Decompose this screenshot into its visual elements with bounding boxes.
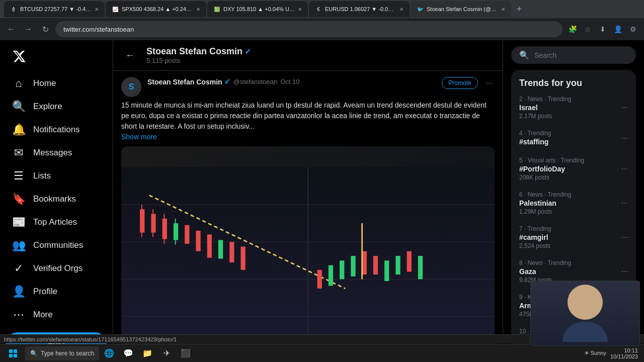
trend-more-4[interactable]: ··· xyxy=(621,199,628,208)
trend-count-3: 208K posts xyxy=(519,174,628,181)
tweet-card-1[interactable]: S Stoean Stefan Cosmin ✓ @stefanstoean O… xyxy=(113,71,503,344)
tab-close-spx[interactable]: ✕ xyxy=(196,7,200,12)
sidebar-item-messages[interactable]: ✉ Messages xyxy=(6,141,107,164)
sidebar-item-more[interactable]: ⋯ More xyxy=(6,303,107,326)
back-button[interactable]: ← xyxy=(121,47,138,64)
taskbar-app-telegram[interactable]: ✈ xyxy=(157,345,176,361)
back-nav-button[interactable]: ← xyxy=(4,22,18,36)
trend-more-6[interactable]: ··· xyxy=(621,267,628,276)
trend-name-1: Israel xyxy=(519,104,628,112)
feed-header-info: Stoean Stefan Cosmin ✓ 5,115 posts xyxy=(146,46,251,64)
trend-label-4: 6 · News · Trending xyxy=(519,191,628,198)
webcam-head xyxy=(568,285,603,320)
messages-icon: ✉ xyxy=(12,146,25,159)
tab-twitter[interactable]: 🐦 Stoean Stefan Cosmin (@stefa... ✕ xyxy=(411,1,511,17)
trend-name-5: #camgirl xyxy=(519,233,628,241)
svg-rect-32 xyxy=(9,349,13,353)
feed-header: ← Stoean Stefan Cosmin ✓ 5,115 posts xyxy=(113,40,503,71)
start-button[interactable] xyxy=(2,345,24,361)
tab-close-dxy[interactable]: ✕ xyxy=(298,7,302,12)
tweet-content-1: 15 minute de munca si mi-am incheiat ziu… xyxy=(121,100,495,142)
tab-favicon-twitter: 🐦 xyxy=(417,6,424,13)
trends-title: Trends for you xyxy=(511,72,636,90)
svg-rect-10 xyxy=(163,219,167,239)
taskbar-app-discord[interactable]: 💬 xyxy=(119,345,137,361)
sidebar-item-top-articles[interactable]: 📰 Top Articles xyxy=(6,211,107,234)
tab-bar: ₿ BTCUSD 27257.77 ▼ -0.49%⊙ Un... ✕ 📈 SP… xyxy=(0,0,644,18)
chart-placeholder-1 xyxy=(121,146,495,344)
address-bar-row: ← → ↻ 🧩 ☆ ⬇ 👤 ⚙ xyxy=(0,18,644,40)
search-box[interactable]: 🔍 xyxy=(511,46,636,64)
svg-rect-35 xyxy=(14,354,17,357)
tab-close-twitter[interactable]: ✕ xyxy=(501,7,505,12)
reload-button[interactable]: ↻ xyxy=(38,22,52,36)
sidebar-item-label-bookmarks: Bookmarks xyxy=(33,194,76,204)
trend-label-1: 2 · News · Trending xyxy=(519,96,628,103)
trend-item-3[interactable]: 5 · Visual arts · Trending #PortfolioDay… xyxy=(511,152,636,186)
settings-button[interactable]: ⚙ xyxy=(626,22,640,36)
tweet-header-1: S Stoean Stefan Cosmin ✓ @stefanstoean O… xyxy=(121,77,495,97)
tweet-date-1: Oct 10 xyxy=(280,78,299,85)
taskbar-search-icon: 🔍 xyxy=(30,350,38,357)
tab-btc[interactable]: ₿ BTCUSD 27257.77 ▼ -0.49%⊙ Un... ✕ xyxy=(4,1,105,17)
sidebar-item-profile[interactable]: 👤 Profile xyxy=(6,280,107,303)
sidebar-item-home[interactable]: ⌂ Home xyxy=(6,72,107,95)
trend-more-3[interactable]: ··· xyxy=(621,164,628,173)
communities-icon: 👥 xyxy=(12,239,25,252)
svg-rect-28 xyxy=(395,256,400,275)
trend-more-1[interactable]: ··· xyxy=(621,103,628,112)
show-more-link-1[interactable]: Show more xyxy=(121,133,157,141)
svg-rect-29 xyxy=(407,251,412,272)
tab-close-btc[interactable]: ✕ xyxy=(95,7,99,12)
trend-more-2[interactable]: ··· xyxy=(621,134,628,143)
taskbar-search[interactable]: 🔍 Type here to search xyxy=(25,346,99,360)
forward-nav-button[interactable]: → xyxy=(21,22,35,36)
star-button[interactable]: ☆ xyxy=(581,22,595,36)
sidebar-item-lists[interactable]: ☰ Lists xyxy=(6,164,107,188)
search-icon: 🔍 xyxy=(519,50,529,60)
download-button[interactable]: ⬇ xyxy=(596,22,610,36)
sidebar-item-label-more: More xyxy=(33,310,53,320)
trend-name-4: Palestinian xyxy=(519,199,628,207)
taskbar-right: ☀ Sunny 10:11 10/11/2023 xyxy=(584,347,642,359)
author-name-1: Stoean Stefan Cosmin ✓ xyxy=(147,77,230,86)
sidebar-item-notifications[interactable]: 🔔 Notifications xyxy=(6,118,107,141)
sidebar-item-label-top-articles: Top Articles xyxy=(33,217,77,227)
trend-more-5[interactable]: ··· xyxy=(621,233,628,242)
tab-close-eurusd[interactable]: ✕ xyxy=(399,7,404,12)
tab-title-eurusd: EURUSD 1.06027 ▼ -0.02%⊙ Un... xyxy=(325,6,396,13)
trend-count-5: 2,524 posts xyxy=(519,242,628,249)
tab-title-spx: SPX500 4368.24 ▲ +0.24%⊙ Un... xyxy=(122,6,193,13)
profile-button[interactable]: 👤 xyxy=(611,22,625,36)
explore-icon: 🔍 xyxy=(12,100,25,113)
svg-rect-23 xyxy=(340,260,344,279)
taskbar-app-terminal[interactable]: ⬛ xyxy=(177,345,195,361)
trend-item-5[interactable]: 7 · Trending #camgirl 2,524 posts ··· xyxy=(511,220,636,254)
tab-dxy[interactable]: 💹 DXY 105.810 ▲ +0.04% Unnam... ✕ xyxy=(207,1,308,17)
taskbar-app-browser[interactable]: 🌐 xyxy=(100,345,118,361)
promote-button-1[interactable]: Promote xyxy=(442,77,477,89)
trend-label-6: 8 · News · Trending xyxy=(519,259,628,266)
more-options-button-1[interactable]: ··· xyxy=(484,77,495,90)
search-input[interactable] xyxy=(534,51,628,59)
sidebar-item-bookmarks[interactable]: 🔖 Bookmarks xyxy=(6,188,107,211)
taskbar-date: 10/11/2023 xyxy=(610,353,638,359)
address-input[interactable] xyxy=(55,21,562,37)
sidebar-item-verified-orgs[interactable]: ✓ Verified Orgs xyxy=(6,257,107,280)
trend-count-1: 2.17M posts xyxy=(519,113,628,120)
twitter-logo[interactable] xyxy=(6,44,107,70)
trend-item-4[interactable]: 6 · News · Trending Palestinian 1.29M po… xyxy=(511,186,636,220)
taskbar-app-explorer[interactable]: 📁 xyxy=(138,345,156,361)
extensions-button[interactable]: 🧩 xyxy=(566,22,580,36)
trend-item-2[interactable]: 4 · Trending #staffing ··· xyxy=(511,125,636,152)
sidebar-item-explore[interactable]: 🔍 Explore xyxy=(6,95,107,118)
new-tab-button[interactable]: + xyxy=(512,2,526,16)
svg-rect-15 xyxy=(196,231,200,251)
tab-eurusd[interactable]: € EURUSD 1.06027 ▼ -0.02%⊙ Un... ✕ xyxy=(309,1,410,17)
trend-name-6: Gaza xyxy=(519,267,628,276)
sidebar-item-communities[interactable]: 👥 Communities xyxy=(6,234,107,257)
browser-icon: 🌐 xyxy=(104,348,114,358)
feed-header-name: Stoean Stefan Cosmin ✓ xyxy=(146,46,251,57)
trend-item-1[interactable]: 2 · News · Trending Israel 2.17M posts ·… xyxy=(511,90,636,125)
tab-spx[interactable]: 📈 SPX500 4368.24 ▲ +0.24%⊙ Un... ✕ xyxy=(106,1,206,17)
